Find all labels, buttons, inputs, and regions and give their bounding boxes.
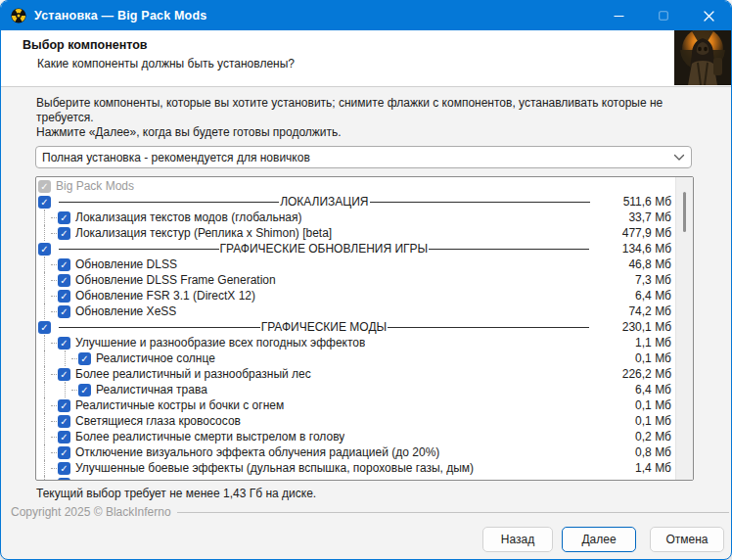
component-section-row[interactable]: ГРАФИЧЕСКИЕ ОБНОВЛЕНИЯ ИГРЫ134,6 Мб (36, 241, 675, 257)
cancel-button[interactable]: Отмена (650, 527, 724, 552)
component-size: 74,2 Мб (628, 304, 675, 318)
component-checkbox[interactable] (58, 227, 70, 240)
chevron-down-icon (673, 154, 685, 162)
tree-stub-line (51, 452, 57, 453)
component-row[interactable]: Более реалистичный и разнообразный лес22… (36, 366, 675, 382)
component-checkbox[interactable] (58, 478, 70, 482)
component-size: 0,8 Мб (635, 445, 675, 459)
tree-stub-line (51, 280, 57, 281)
component-section-row[interactable]: ГРАФИЧЕСКИЕ МОДЫ230,1 Мб (36, 319, 675, 335)
tree-stub-line (51, 405, 57, 406)
tree-guide-line (65, 382, 66, 397)
component-row[interactable]: Локализация текстур (Реплика x Shimon) [… (36, 225, 675, 241)
next-button[interactable]: Далее (562, 527, 636, 552)
component-checkbox[interactable] (58, 368, 70, 381)
tree-guide-line (44, 397, 45, 413)
component-row[interactable]: Улучшение и разнообразие всех погодных э… (36, 335, 675, 350)
component-row[interactable]: Обновление FSR 3.1 (DirectX 12)6,4 Мб (36, 288, 675, 303)
component-row[interactable] (36, 476, 675, 481)
component-label: Реалистичные костры и бочки с огнем (75, 398, 284, 412)
component-checkbox[interactable] (58, 431, 70, 443)
tree-guide-line (44, 444, 45, 460)
component-row[interactable]: Реалистичные костры и бочки с огнем0,1 М… (36, 397, 675, 413)
component-checkbox[interactable] (38, 180, 51, 193)
component-size: 0,1 Мб (635, 351, 675, 365)
tree-stub-line (51, 421, 57, 422)
component-size: 477,9 Мб (622, 226, 675, 240)
component-checkbox[interactable] (58, 337, 70, 350)
page-header: Выбор компонентов Какие компоненты должн… (1, 30, 731, 87)
component-label: Локализация текстов модов (глобальная) (75, 210, 301, 224)
maximize-icon[interactable] (641, 1, 686, 30)
component-size: 1,1 Мб (635, 336, 675, 350)
tree-stub-line (51, 468, 57, 469)
scrollbar[interactable] (675, 177, 693, 480)
component-row[interactable]: Обновление XeSS74,2 Мб (36, 303, 675, 319)
component-size: 46,8 Мб (628, 257, 675, 271)
component-checkbox[interactable] (38, 321, 51, 334)
tree-guide-line (44, 413, 45, 429)
component-label: Локализация текстур (Реплика x Shimon) [… (75, 226, 332, 240)
tree-guide-line (44, 335, 45, 350)
scrollbar-thumb[interactable] (683, 192, 686, 232)
tree-stub-line (51, 217, 57, 218)
component-checkbox[interactable] (58, 274, 70, 287)
component-row[interactable]: Улучшенные боевые эффекты (дульная вспыш… (36, 460, 675, 476)
installation-type-select[interactable]: Полная установка - рекомендуется для нов… (35, 146, 692, 168)
component-label: Обновление FSR 3.1 (DirectX 12) (75, 289, 255, 303)
component-row[interactable]: Более реалистичные смерти выстрелом в го… (36, 429, 675, 444)
close-icon[interactable] (686, 1, 731, 30)
tree-guide-line (44, 225, 45, 241)
back-button[interactable]: Назад (482, 527, 553, 552)
component-checkbox[interactable] (58, 258, 70, 271)
intro-line-1: Выберите компоненты, которые вы хотите у… (36, 96, 711, 125)
component-label: Отключение визуального эффекта облучения… (75, 445, 439, 459)
tree-stub-line (71, 358, 77, 359)
components-rows: Big Pack ModsЛОКАЛИЗАЦИЯ511,6 МбЛокализа… (36, 178, 675, 481)
component-label: Реалистичная трава (96, 383, 207, 397)
tree-guide-line (44, 429, 45, 444)
installer-window: Установка — Big Pack Mods Выбор компонен… (0, 0, 732, 560)
component-label: ЛОКАЛИЗАЦИЯ (279, 195, 369, 209)
component-checkbox[interactable] (78, 352, 91, 365)
component-row[interactable]: Big Pack Mods (36, 178, 675, 194)
minimize-icon[interactable] (596, 1, 641, 30)
component-size: 511,6 Мб (623, 195, 675, 209)
component-checkbox[interactable] (58, 399, 70, 412)
component-row[interactable]: Обновление DLSS Frame Generation7,3 Мб (36, 272, 675, 288)
component-checkbox[interactable] (38, 196, 51, 209)
tree-guide-line (65, 350, 66, 366)
component-row[interactable]: Обновление DLSS46,8 Мб (36, 257, 675, 272)
component-row[interactable]: Реалистичная трава6,4 Мб (36, 382, 675, 397)
component-checkbox[interactable] (78, 384, 91, 397)
components-list[interactable]: Big Pack ModsЛОКАЛИЗАЦИЯ511,6 МбЛокализа… (35, 176, 694, 481)
component-label: Обновление DLSS (75, 257, 177, 271)
stalker-artwork-image (674, 30, 731, 85)
section-dash-line: ГРАФИЧЕСКИЕ ОБНОВЛЕНИЯ ИГРЫ (59, 242, 589, 256)
component-checkbox[interactable] (58, 446, 70, 459)
page-title: Выбор компонентов (23, 38, 148, 52)
component-size: 1,4 Мб (635, 461, 675, 475)
component-section-row[interactable]: ЛОКАЛИЗАЦИЯ511,6 Мб (36, 194, 675, 210)
component-checkbox[interactable] (58, 290, 70, 303)
copyright-text: Copyright 2025 © BlackInferno (11, 505, 171, 519)
component-row[interactable]: Светящиеся глаза кровососов0,1 Мб (36, 413, 675, 429)
component-size: 230,1 Мб (622, 320, 675, 334)
component-size: 6,4 Мб (635, 289, 675, 303)
component-row[interactable]: Реалистичное солнце0,1 Мб (36, 350, 675, 366)
component-checkbox[interactable] (58, 462, 70, 475)
window-title: Установка — Big Pack Mods (34, 9, 206, 23)
tree-guide-line (44, 303, 45, 319)
copyright-line: Copyright 2025 © BlackInferno (11, 505, 729, 519)
component-row[interactable]: Отключение визуального эффекта облучения… (36, 444, 675, 460)
intro-line-2: Нажмите «Далее», когда вы будете готовы … (36, 125, 711, 140)
component-label: Более реалистичный и разнообразный лес (75, 367, 311, 381)
tree-guide-line (44, 366, 45, 382)
tree-stub-line (51, 264, 57, 265)
component-checkbox[interactable] (58, 211, 70, 224)
component-label: ГРАФИЧЕСКИЕ МОДЫ (260, 320, 389, 334)
component-checkbox[interactable] (58, 415, 70, 428)
component-row[interactable]: Локализация текстов модов (глобальная)33… (36, 210, 675, 225)
component-checkbox[interactable] (58, 305, 70, 318)
component-checkbox[interactable] (38, 243, 51, 256)
